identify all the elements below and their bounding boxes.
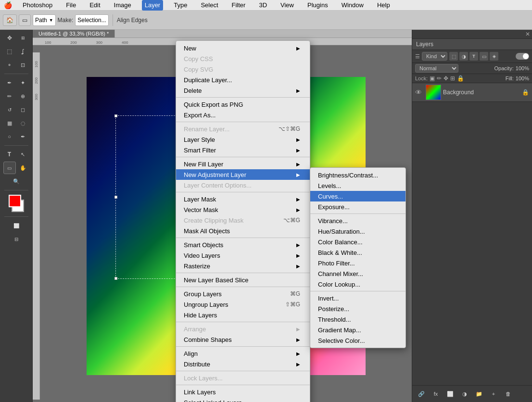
menu-item-layer-content-options[interactable]: Layer Content Options...	[176, 180, 310, 190]
opacity-value[interactable]: 100%	[516, 65, 529, 71]
menubar-view[interactable]: View	[278, 0, 297, 11]
menu-item-link-layers[interactable]: Link Layers	[176, 387, 310, 397]
menu-item-group-layers[interactable]: Group Layers ⌘G	[176, 289, 310, 299]
submenu-photo-filter[interactable]: Photo Filter...	[310, 258, 405, 268]
layer-item-background[interactable]: 👁 Background 🔒	[412, 83, 532, 102]
lock-artboard-icon[interactable]: ⊞	[450, 75, 455, 82]
filter-kind-select[interactable]: Kind	[422, 52, 447, 61]
document-tab[interactable]: Untitled-1 @ 33,3% (RGB/8) *	[33, 30, 115, 38]
menubar-file[interactable]: File	[63, 0, 79, 11]
menubar-help[interactable]: Help	[374, 0, 393, 11]
hand-tool[interactable]: ✋	[17, 162, 29, 174]
quick-select-tool[interactable]: ⚬	[3, 59, 16, 71]
quick-mask-button[interactable]: ⬜	[10, 219, 23, 232]
menubar-window[interactable]: Window	[339, 0, 367, 11]
filter-smart-object-icon[interactable]: ◈	[490, 52, 498, 61]
menubar-image[interactable]: Image	[111, 0, 134, 11]
menu-item-smart-filter[interactable]: Smart Filter ▶	[176, 145, 310, 155]
blend-mode-select[interactable]: Normal	[415, 64, 458, 73]
menu-item-new-adjustment-layer[interactable]: New Adjustment Layer ▶ Brightness/Contra…	[176, 169, 310, 180]
menu-item-copy-css[interactable]: Copy CSS	[176, 53, 310, 64]
menubar-edit[interactable]: Edit	[87, 0, 103, 11]
dodge-tool[interactable]: ○	[3, 130, 16, 143]
menu-item-hide-layers[interactable]: Hide Layers	[176, 310, 310, 320]
menu-item-rename-layer[interactable]: Rename Layer... ⌥⇧⌘G	[176, 124, 310, 134]
menu-item-duplicate-layer[interactable]: Duplicate Layer...	[176, 75, 310, 85]
marquee-tool[interactable]: ⬚	[3, 45, 16, 58]
menu-item-new[interactable]: New ▶	[176, 43, 310, 53]
submenu-black-white[interactable]: Black & White...	[310, 247, 405, 258]
submenu-vibrance[interactable]: Vibrance...	[310, 215, 405, 226]
menubar-plugins[interactable]: Plugins	[304, 0, 331, 11]
lock-draw-icon[interactable]: ✏	[437, 75, 442, 82]
history-brush-tool[interactable]: ↺	[3, 103, 16, 116]
make-selection-dropdown[interactable]: Selection...	[75, 14, 108, 26]
menu-item-distribute[interactable]: Distribute ▶	[176, 359, 310, 369]
home-button[interactable]: 🏠	[3, 14, 17, 26]
menu-item-layer-mask[interactable]: Layer Mask ▶	[176, 194, 310, 204]
menu-item-delete[interactable]: Delete ▶	[176, 85, 310, 96]
submenu-exposure[interactable]: Exposure...	[310, 201, 405, 212]
filter-adjustment-icon[interactable]: ◑	[459, 52, 468, 61]
menu-item-arrange[interactable]: Arrange ▶	[176, 324, 310, 334]
menu-item-layer-style[interactable]: Layer Style ▶	[176, 134, 310, 145]
apple-menu[interactable]: 🍎	[4, 1, 12, 9]
submenu-levels[interactable]: Levels...	[310, 180, 405, 191]
menu-item-video-layers[interactable]: Video Layers ▶	[176, 250, 310, 261]
menu-item-export-as[interactable]: Export As...	[176, 110, 310, 120]
eraser-tool[interactable]: ◻	[17, 103, 29, 116]
filter-type-icon[interactable]: T	[469, 52, 478, 61]
new-layer-button[interactable]: +	[487, 388, 500, 400]
menu-item-vector-mask[interactable]: Vector Mask ▶	[176, 204, 310, 215]
menu-item-align[interactable]: Align ▶	[176, 348, 310, 359]
submenu-invert[interactable]: Invert...	[310, 293, 405, 303]
eyedropper-tool[interactable]: ✒	[3, 76, 16, 89]
shape-tool[interactable]: ▭	[3, 162, 16, 174]
pen-tool[interactable]: ✒	[17, 130, 29, 143]
menu-item-quick-export[interactable]: Quick Export as PNG	[176, 99, 310, 110]
artboard-tool[interactable]: ⊞	[17, 32, 29, 44]
type-tool[interactable]: T	[3, 148, 16, 161]
menu-item-lock-layers[interactable]: Lock Layers...	[176, 373, 310, 383]
submenu-curves[interactable]: Curves...	[310, 191, 405, 201]
menu-item-rasterize[interactable]: Rasterize ▶	[176, 261, 310, 271]
zoom-tool[interactable]: 🔍	[10, 175, 23, 188]
menubar-layer[interactable]: Layer	[142, 0, 164, 11]
submenu-color-balance[interactable]: Color Balance...	[310, 237, 405, 247]
menubar-photoshop[interactable]: Photoshop	[20, 0, 55, 11]
lasso-tool[interactable]: ʆ	[17, 45, 29, 58]
menu-item-select-linked-layers[interactable]: Select Linked Layers	[176, 397, 310, 402]
menu-item-mask-all-objects[interactable]: Mask All Objects	[176, 226, 310, 236]
stamp-tool[interactable]: ⊕	[17, 90, 29, 102]
menubar-select[interactable]: Select	[198, 0, 221, 11]
layer-visibility-icon[interactable]: 👁	[415, 88, 422, 96]
lock-all-icon[interactable]: 🔒	[457, 75, 464, 82]
foreground-color-swatch[interactable]	[9, 195, 21, 207]
new-group-button[interactable]: 📁	[473, 388, 485, 400]
gradient-tool[interactable]: ▦	[3, 117, 16, 129]
menu-item-new-layer-based-slice[interactable]: New Layer Based Slice	[176, 275, 310, 285]
menubar-type[interactable]: Type	[171, 0, 190, 11]
lock-checkered-icon[interactable]: ▣	[430, 75, 435, 82]
move-tool[interactable]: ✥	[3, 32, 16, 44]
menubar-filter[interactable]: Filter	[229, 0, 249, 11]
submenu-color-lookup[interactable]: Color Lookup...	[310, 279, 405, 289]
submenu-threshold[interactable]: Threshold...	[310, 314, 405, 325]
menu-item-ungroup-layers[interactable]: Ungroup Layers ⇧⌘G	[176, 299, 310, 310]
add-layer-style-button[interactable]: fx	[430, 388, 442, 400]
submenu-channel-mixer[interactable]: Channel Mixer...	[310, 268, 405, 279]
menu-item-create-clipping-mask[interactable]: Create Clipping Mask ⌥⌘G	[176, 215, 310, 226]
add-mask-button[interactable]: ⬜	[444, 388, 456, 400]
filter-pixel-icon[interactable]: ⬚	[449, 52, 458, 61]
menu-item-smart-objects[interactable]: Smart Objects ▶	[176, 239, 310, 250]
filter-shape-icon[interactable]: ▭	[480, 52, 488, 61]
close-panel-button[interactable]: ✕	[525, 31, 530, 38]
menubar-3d[interactable]: 3D	[256, 0, 270, 11]
shape-tool-options[interactable]: ▭	[19, 14, 31, 26]
lock-move-icon[interactable]: ✥	[443, 75, 448, 82]
menu-item-copy-svg[interactable]: Copy SVG	[176, 64, 310, 75]
path-selection-tool[interactable]: ↖	[17, 148, 29, 161]
layer-link-button[interactable]: 🔗	[415, 388, 428, 400]
crop-tool[interactable]: ⊡	[17, 59, 29, 71]
screen-mode-button[interactable]: ⊟	[10, 233, 23, 245]
